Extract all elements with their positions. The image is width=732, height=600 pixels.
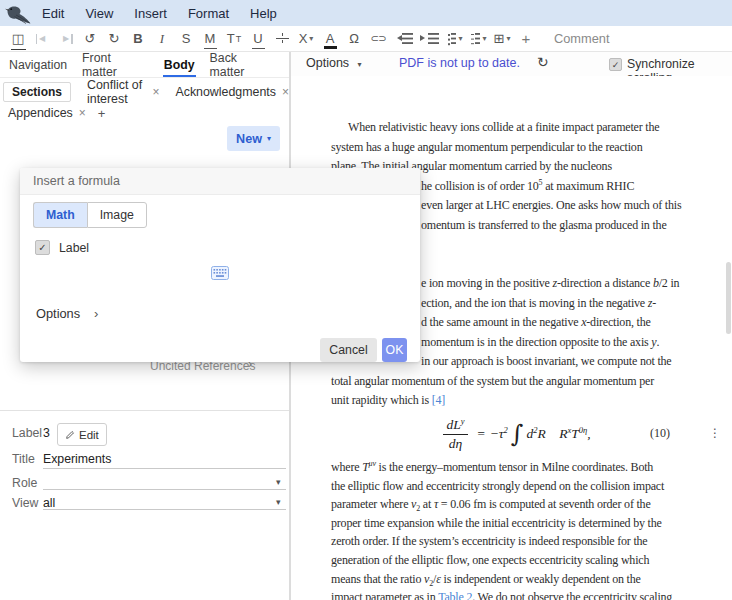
math-icon[interactable]: M xyxy=(202,29,219,49)
skip-previous-icon[interactable]: ◀ xyxy=(34,29,51,49)
menu-format[interactable]: Format xyxy=(188,6,229,21)
role-row: Role ▾ xyxy=(0,473,289,495)
horizontal-rule-icon[interactable] xyxy=(274,29,291,49)
edit-label-button[interactable]: Edit xyxy=(57,423,107,446)
tab-math[interactable]: Math xyxy=(33,202,87,228)
virtual-keyboard-icon[interactable] xyxy=(211,266,229,284)
doc-line: proper time expansion while the initial … xyxy=(331,514,722,533)
pencil-icon xyxy=(65,430,75,440)
undo-icon[interactable]: ↺ xyxy=(82,29,99,49)
special-character-icon[interactable]: Ω xyxy=(346,29,363,49)
chevron-down-icon: ▾ xyxy=(358,60,362,69)
bold-icon[interactable]: B xyxy=(130,29,147,49)
title-key: Title xyxy=(12,452,35,466)
label-checkbox[interactable]: ✓ xyxy=(35,240,50,255)
variable-icon[interactable]: X▾ xyxy=(298,29,315,49)
equation-menu-icon[interactable]: ⋮ xyxy=(709,426,721,440)
label-value: 3 xyxy=(43,426,50,440)
page-view-icon[interactable]: ◫ xyxy=(10,29,27,49)
menu-bar: EditViewInsertFormatHelp xyxy=(0,0,732,26)
doc-line: unit rapidity which is [4] xyxy=(331,391,722,411)
pdf-options-button[interactable]: Options ▾ xyxy=(306,56,362,70)
fraction: dLy dη xyxy=(443,417,467,451)
chip-label: Appendices xyxy=(8,106,73,120)
indent-icon[interactable] xyxy=(420,29,439,49)
pdf-status-text[interactable]: PDF is not up to date. xyxy=(399,56,520,70)
doc-line: parameter where v2 at τ = 0.06 fm is com… xyxy=(331,495,722,514)
citation-link[interactable]: Table 2 xyxy=(438,590,472,600)
skip-next-icon[interactable]: ▶ xyxy=(58,29,75,49)
dialog-tabs: MathImage xyxy=(33,202,147,228)
label-key: Label xyxy=(12,426,42,440)
chevron-down-icon[interactable]: ▾ xyxy=(276,497,281,507)
pdf-options-label: Options xyxy=(306,56,349,70)
chevron-down-icon: ▾ xyxy=(267,134,271,143)
chevron-down-icon[interactable]: ▾ xyxy=(482,34,486,43)
section-chip-acknowledgments[interactable]: Acknowledgments× xyxy=(175,85,289,99)
doc-line: omentum is transferred to the glasma pro… xyxy=(421,216,722,236)
chevron-down-icon[interactable]: ▾ xyxy=(309,34,313,43)
paragraph: where Tμν is the energy–momentum tensor … xyxy=(331,458,722,600)
sections-tab[interactable]: Sections xyxy=(3,82,71,102)
role-key: Role xyxy=(12,476,37,490)
cancel-button[interactable]: Cancel xyxy=(320,338,377,362)
underline-icon[interactable]: U xyxy=(250,29,267,49)
close-icon[interactable]: × xyxy=(79,106,86,120)
doc-line: means that the ratio v2/ε is independent… xyxy=(331,570,722,589)
comment-button[interactable]: Comment xyxy=(554,31,609,46)
tab-navigation[interactable]: Navigation xyxy=(8,54,68,76)
chevron-down-icon[interactable]: ▾ xyxy=(276,477,281,487)
numbered-list-icon[interactable]: ▾ xyxy=(470,29,487,49)
panel-tabs: NavigationFront matterBodyBack matter xyxy=(0,52,289,78)
close-icon[interactable]: × xyxy=(282,85,289,99)
view-key: View xyxy=(12,496,38,510)
table-icon[interactable]: ⊞▾ xyxy=(494,29,511,49)
text-color-icon[interactable]: A xyxy=(322,29,339,49)
doc-line: impact parameter as in Table 2. We do no… xyxy=(331,588,722,600)
doc-line: system has a huge angular momentum perpe… xyxy=(331,138,722,158)
refresh-icon[interactable]: ↻ xyxy=(537,54,549,70)
view-row: View all ▾ xyxy=(0,493,289,515)
citation-link[interactable]: [4] xyxy=(432,393,445,407)
title-input[interactable]: Experiments xyxy=(43,452,111,466)
sync-scrolling-checkbox[interactable]: ✓ xyxy=(609,58,622,71)
menu-help[interactable]: Help xyxy=(250,6,277,21)
scrollbar-thumb[interactable] xyxy=(726,262,731,334)
small-caps-icon[interactable]: T xyxy=(226,29,243,49)
link-icon[interactable]: ⊂⊃ xyxy=(370,29,387,49)
italic-icon[interactable]: I xyxy=(154,29,171,49)
strikethrough-icon[interactable]: S xyxy=(178,29,195,49)
integral-symbol: ∫ xyxy=(511,422,524,446)
chip-label: Conflict of interest xyxy=(87,78,146,106)
app-window: EditViewInsertFormatHelp ◫◀▶↺↻BISMTUX▾AΩ… xyxy=(0,0,732,600)
menu-view[interactable]: View xyxy=(85,6,113,21)
add-section-button[interactable]: + xyxy=(98,106,106,121)
menu-edit[interactable]: Edit xyxy=(42,6,64,21)
chevron-right-icon: › xyxy=(94,306,98,321)
doc-line: where Tμν is the energy–momentum tensor … xyxy=(331,458,722,477)
move-icon[interactable]: + xyxy=(518,29,535,49)
ok-button[interactable]: OK xyxy=(382,338,407,362)
doc-line: ection, and the ion that is moving in th… xyxy=(421,294,722,314)
dialog-options-button[interactable]: Options › xyxy=(36,306,98,321)
new-button-label: New xyxy=(236,132,262,146)
bullet-list-icon[interactable]: ▾ xyxy=(446,29,463,49)
section-chip-appendices[interactable]: Appendices× xyxy=(8,106,86,120)
equation-block[interactable]: dLy dη = −τ2 ∫ d2R⃗ RxT0η, (10) xyxy=(331,412,703,456)
section-chip-conflict-of-interest[interactable]: Conflict of interest× xyxy=(87,78,159,106)
menu-insert[interactable]: Insert xyxy=(134,6,167,21)
chevron-down-icon[interactable]: ▾ xyxy=(458,34,462,43)
redo-icon[interactable]: ↻ xyxy=(106,29,123,49)
doc-line: generation of the elliptic flow, one exp… xyxy=(331,551,722,570)
bird-logo-icon[interactable] xyxy=(4,1,34,25)
view-select[interactable]: all xyxy=(43,496,55,510)
label-checkbox-label: Label xyxy=(59,241,89,255)
chip-label: Acknowledgments xyxy=(175,85,276,99)
doc-line: the elliptic flow and eccentricity stron… xyxy=(331,477,722,496)
close-icon[interactable]: × xyxy=(152,85,159,99)
outdent-icon[interactable] xyxy=(394,29,413,49)
tab-image[interactable]: Image xyxy=(87,202,147,228)
new-button[interactable]: New ▾ xyxy=(227,126,280,151)
chevron-down-icon[interactable]: ▾ xyxy=(506,34,510,43)
tab-body[interactable]: Body xyxy=(163,54,196,76)
